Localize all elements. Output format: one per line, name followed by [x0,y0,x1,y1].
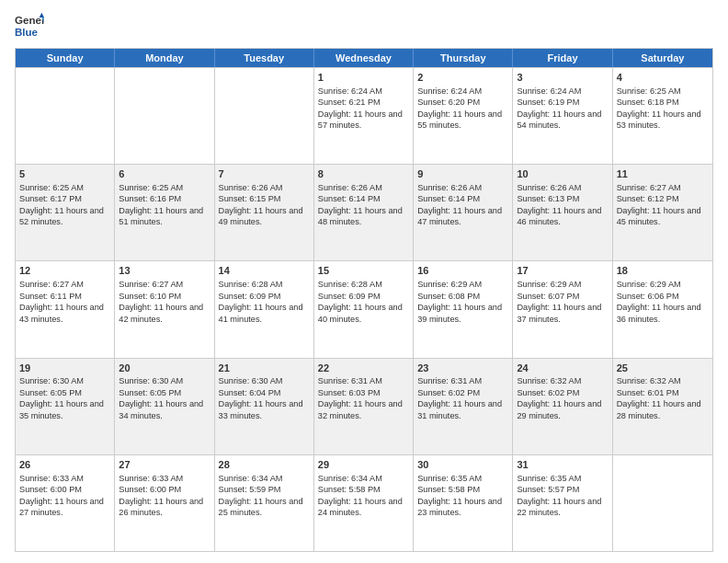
day-info-line: Sunset: 6:20 PM [417,97,508,108]
day-header-monday: Monday [115,49,214,67]
day-info-line: Daylight: 11 hours and 34 minutes. [119,398,210,421]
calendar-cell [115,68,214,164]
day-info-line: Daylight: 11 hours and 26 minutes. [119,496,210,519]
logo: General Blue [15,11,44,40]
day-header-wednesday: Wednesday [314,49,414,67]
day-number: 24 [517,362,608,375]
day-info-line: Daylight: 11 hours and 49 minutes. [219,205,310,228]
day-number: 18 [617,264,709,278]
day-info-line: Sunrise: 6:28 AM [318,279,409,290]
calendar-row-5: 26Sunrise: 6:33 AMSunset: 6:00 PMDayligh… [16,454,712,551]
day-info-line: Sunrise: 6:25 AM [617,86,709,97]
day-info-line: Sunset: 6:03 PM [318,387,409,398]
day-info-line: Sunrise: 6:25 AM [119,182,210,193]
day-info-line: Sunset: 6:16 PM [119,193,210,204]
day-info-line: Sunrise: 6:26 AM [417,182,508,193]
day-info-line: Daylight: 11 hours and 27 minutes. [19,496,110,519]
day-number: 1 [318,71,409,85]
calendar-cell: 5Sunrise: 6:25 AMSunset: 6:17 PMDaylight… [16,165,115,260]
day-header-saturday: Saturday [613,49,712,67]
day-info-line: Daylight: 11 hours and 43 minutes. [19,302,110,325]
calendar-cell: 3Sunrise: 6:24 AMSunset: 6:19 PMDaylight… [513,68,612,164]
day-info-line: Sunrise: 6:31 AM [318,375,409,386]
day-number: 31 [517,458,608,472]
day-info-line: Sunrise: 6:26 AM [318,182,409,193]
day-info-line: Sunrise: 6:29 AM [617,279,709,290]
day-info-line: Sunrise: 6:25 AM [19,182,110,193]
calendar-cell: 18Sunrise: 6:29 AMSunset: 6:06 PMDayligh… [613,261,712,357]
day-info-line: Sunset: 6:01 PM [617,387,709,398]
day-info-line: Sunset: 6:02 PM [417,387,508,398]
day-info-line: Sunset: 6:13 PM [517,193,608,204]
day-info-line: Sunset: 6:10 PM [119,291,210,302]
day-info-line: Sunrise: 6:24 AM [417,86,508,97]
day-number: 26 [19,458,110,472]
calendar-cell: 9Sunrise: 6:26 AMSunset: 6:14 PMDaylight… [414,165,513,260]
calendar-cell: 28Sunrise: 6:34 AMSunset: 5:59 PMDayligh… [215,455,314,551]
calendar-cell: 7Sunrise: 6:26 AMSunset: 6:15 PMDaylight… [215,165,314,260]
day-number: 10 [517,167,608,181]
day-info-line: Sunrise: 6:26 AM [517,182,608,193]
day-info-line: Sunset: 6:07 PM [517,291,608,302]
day-info-line: Sunset: 6:17 PM [19,193,110,204]
day-info-line: Sunset: 5:58 PM [417,484,508,495]
calendar: SundayMondayTuesdayWednesdayThursdayFrid… [15,48,713,552]
calendar-cell: 19Sunrise: 6:30 AMSunset: 6:05 PMDayligh… [16,359,115,454]
day-number: 3 [517,71,608,85]
calendar-row-3: 12Sunrise: 6:27 AMSunset: 6:11 PMDayligh… [16,260,712,357]
day-number: 15 [318,264,409,278]
logo-icon: General Blue [15,11,44,40]
day-info-line: Sunset: 5:59 PM [219,484,310,495]
day-number: 28 [219,458,310,472]
calendar-cell: 6Sunrise: 6:25 AMSunset: 6:16 PMDaylight… [115,165,214,260]
day-info-line: Daylight: 11 hours and 28 minutes. [617,398,709,421]
day-number: 11 [617,167,709,181]
day-number: 29 [318,458,409,472]
day-info-line: Daylight: 11 hours and 22 minutes. [517,496,608,519]
day-info-line: Daylight: 11 hours and 41 minutes. [219,302,310,325]
day-info-line: Daylight: 11 hours and 24 minutes. [318,496,409,519]
day-info-line: Sunrise: 6:30 AM [119,375,210,386]
calendar-cell: 11Sunrise: 6:27 AMSunset: 6:12 PMDayligh… [613,165,712,260]
day-number: 19 [19,362,110,375]
calendar-cell: 20Sunrise: 6:30 AMSunset: 6:05 PMDayligh… [115,359,214,454]
calendar-cell [613,455,712,551]
calendar-row-1: 1Sunrise: 6:24 AMSunset: 6:21 PMDaylight… [16,67,712,164]
day-info-line: Sunset: 6:19 PM [517,97,608,108]
day-info-line: Sunrise: 6:33 AM [119,473,210,484]
day-info-line: Sunrise: 6:27 AM [617,182,709,193]
day-header-tuesday: Tuesday [215,49,314,67]
day-number: 27 [119,458,210,472]
day-number: 13 [119,264,210,278]
day-info-line: Daylight: 11 hours and 32 minutes. [318,398,409,421]
day-info-line: Sunrise: 6:30 AM [219,375,310,386]
day-info-line: Daylight: 11 hours and 36 minutes. [617,302,709,325]
day-info-line: Sunset: 6:05 PM [119,387,210,398]
day-number: 22 [318,362,409,375]
day-info-line: Daylight: 11 hours and 57 minutes. [318,109,409,132]
calendar-cell: 14Sunrise: 6:28 AMSunset: 6:09 PMDayligh… [215,261,314,357]
day-info-line: Sunset: 5:58 PM [318,484,409,495]
day-number: 30 [417,458,508,472]
svg-text:General: General [15,15,44,26]
calendar-cell: 12Sunrise: 6:27 AMSunset: 6:11 PMDayligh… [16,261,115,357]
day-info-line: Sunrise: 6:27 AM [119,279,210,290]
day-info-line: Sunset: 6:12 PM [617,193,709,204]
day-info-line: Daylight: 11 hours and 42 minutes. [119,302,210,325]
day-number: 16 [417,264,508,278]
day-info-line: Daylight: 11 hours and 31 minutes. [417,398,508,421]
day-info-line: Daylight: 11 hours and 37 minutes. [517,302,608,325]
day-info-line: Sunrise: 6:32 AM [617,375,709,386]
day-info-line: Daylight: 11 hours and 29 minutes. [517,398,608,421]
calendar-cell: 2Sunrise: 6:24 AMSunset: 6:20 PMDaylight… [414,68,513,164]
day-info-line: Sunset: 6:14 PM [417,193,508,204]
day-info-line: Sunrise: 6:33 AM [19,473,110,484]
day-info-line: Sunrise: 6:34 AM [318,473,409,484]
calendar-cell: 23Sunrise: 6:31 AMSunset: 6:02 PMDayligh… [414,359,513,454]
calendar-cell: 4Sunrise: 6:25 AMSunset: 6:18 PMDaylight… [613,68,712,164]
day-number: 2 [417,71,508,85]
calendar-row-2: 5Sunrise: 6:25 AMSunset: 6:17 PMDaylight… [16,164,712,260]
day-info-line: Sunrise: 6:30 AM [19,375,110,386]
calendar-row-4: 19Sunrise: 6:30 AMSunset: 6:05 PMDayligh… [16,358,712,454]
day-info-line: Daylight: 11 hours and 33 minutes. [219,398,310,421]
